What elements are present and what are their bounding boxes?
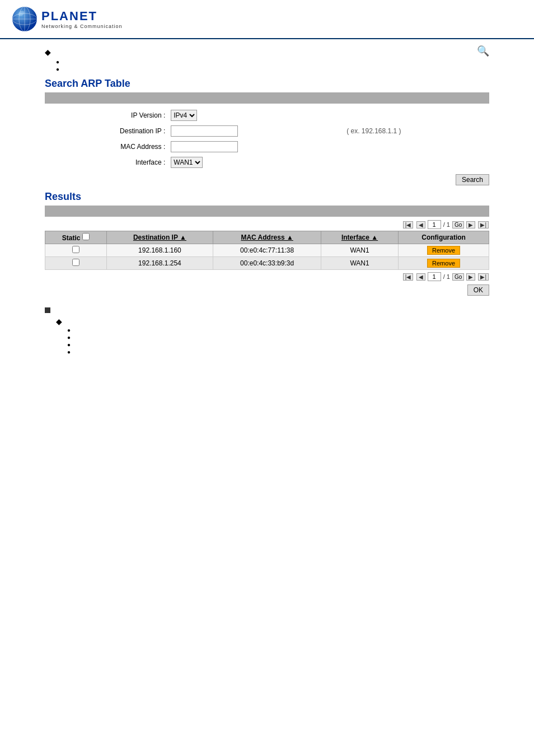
row1-static-cell	[45, 244, 107, 257]
results-header-bar	[45, 206, 489, 217]
results-header-row: Static Destination IP ▲ MAC Address ▲ In…	[45, 231, 489, 244]
pag-separator-bottom: / 1	[443, 273, 450, 280]
pag-go-top[interactable]: Go	[452, 221, 464, 228]
logo-globe-icon	[11, 6, 38, 32]
row2-config-cell: Remove	[399, 257, 489, 270]
nav-items: ◆ ● ●	[45, 45, 59, 73]
pag-last-bottom[interactable]: ▶|	[478, 273, 489, 281]
logo-text: PLANET Networking & Communication	[41, 9, 123, 29]
pag-prev-bottom[interactable]: ◀	[416, 273, 425, 281]
pag-last-top[interactable]: ▶|	[478, 221, 489, 228]
notes-bullet-2: ●	[67, 334, 489, 340]
search-button-row: Search	[45, 174, 489, 185]
notes-diamond: ◆	[56, 317, 489, 326]
notes-square-row	[45, 307, 489, 315]
static-select-all-checkbox[interactable]	[82, 233, 90, 240]
pag-separator-top: / 1	[443, 221, 450, 228]
destination-ip-hint: ( ex. 192.168.1.1 )	[344, 124, 488, 138]
mac-address-input[interactable]	[171, 141, 238, 152]
row1-mac-address: 00:e0:4c:77:11:38	[213, 244, 321, 257]
col-static: Static	[45, 231, 107, 244]
pag-go-bottom[interactable]: Go	[452, 273, 464, 281]
interface-label: Interface :	[46, 155, 167, 170]
row2-destination-ip: 192.168.1.254	[106, 257, 213, 270]
pag-first-bottom[interactable]: |◀	[403, 273, 414, 281]
nav-bullet-2: ●	[56, 66, 59, 72]
col-configuration: Configuration	[399, 231, 489, 244]
row1-remove-button[interactable]: Remove	[427, 246, 460, 255]
row2-static-cell	[45, 257, 107, 270]
notes-bullet-1: ●	[67, 327, 489, 333]
top-nav: ◆ ● ● 🔍	[45, 45, 489, 73]
logo-area: PLANET Networking & Communication	[11, 6, 123, 32]
search-button[interactable]: Search	[456, 174, 489, 185]
notes-bullet-4: ●	[67, 349, 489, 355]
row1-destination-ip: 192.168.1.160	[106, 244, 213, 257]
search-icon-button[interactable]: 🔍	[477, 45, 489, 57]
bottom-pagination: |◀ ◀ / 1 Go ▶ ▶|	[45, 272, 489, 281]
mac-address-cell	[168, 139, 343, 154]
results-title: Results	[45, 191, 489, 203]
static-label: Static	[62, 234, 81, 242]
search-form: IP Version : IPv4 IPv6 Destination IP : …	[45, 107, 489, 171]
col-interface[interactable]: Interface ▲	[321, 231, 398, 244]
pag-page-input-top[interactable]	[428, 220, 441, 229]
pag-next-top[interactable]: ▶	[466, 221, 475, 228]
logo-planet-label: PLANET	[41, 9, 123, 24]
destination-ip-input[interactable]	[171, 125, 238, 137]
row2-mac-address: 00:e0:4c:33:b9:3d	[213, 257, 321, 270]
col-destination-ip[interactable]: Destination IP ▲	[106, 231, 213, 244]
notes-bullet-3: ●	[67, 342, 489, 348]
nav-diamond: ◆	[45, 48, 59, 57]
row1-interface: WAN1	[321, 244, 398, 257]
search-arp-title: Search ARP Table	[45, 78, 489, 90]
col-mac-address[interactable]: MAC Address ▲	[213, 231, 321, 244]
notes-square-icon	[45, 307, 50, 313]
pag-prev-top[interactable]: ◀	[416, 221, 425, 228]
row2-interface: WAN1	[321, 257, 398, 270]
table-row: 192.168.1.160 00:e0:4c:77:11:38 WAN1 Rem…	[45, 244, 489, 257]
row2-static-checkbox[interactable]	[72, 259, 79, 266]
destination-ip-label: Destination IP :	[46, 124, 167, 138]
nav-bullet-1: ●	[56, 59, 59, 65]
mac-address-row: MAC Address :	[46, 139, 488, 154]
interface-row: Interface : WAN1 WAN2 LAN	[46, 155, 488, 170]
top-pagination: |◀ ◀ / 1 Go ▶ ▶|	[45, 220, 489, 229]
main-content: ◆ ● ● 🔍 Search ARP Table IP Version : IP…	[0, 39, 534, 361]
ip-version-label: IP Version :	[46, 108, 167, 123]
interface-cell: WAN1 WAN2 LAN	[168, 155, 343, 170]
magnifier-icon: 🔍	[477, 45, 489, 57]
row2-remove-button[interactable]: Remove	[427, 259, 460, 268]
ip-version-cell: IPv4 IPv6	[168, 108, 343, 123]
pag-first-top[interactable]: |◀	[403, 221, 414, 228]
logo-subtitle-label: Networking & Communication	[41, 24, 123, 29]
results-table: Static Destination IP ▲ MAC Address ▲ In…	[45, 231, 489, 270]
destination-ip-cell	[168, 124, 343, 138]
destination-ip-row: Destination IP : ( ex. 192.168.1.1 )	[46, 124, 488, 138]
row1-static-checkbox[interactable]	[72, 246, 79, 253]
notes-section: ◆ ● ● ● ●	[45, 307, 489, 355]
row1-config-cell: Remove	[399, 244, 489, 257]
ok-button[interactable]: OK	[467, 284, 489, 296]
ip-version-row: IP Version : IPv4 IPv6	[46, 108, 488, 123]
mac-address-label: MAC Address :	[46, 139, 167, 154]
pag-page-input-bottom[interactable]	[428, 272, 441, 281]
ok-button-row: OK	[45, 284, 489, 296]
header: PLANET Networking & Communication	[0, 0, 534, 39]
table-row: 192.168.1.254 00:e0:4c:33:b9:3d WAN1 Rem…	[45, 257, 489, 270]
results-table-body: 192.168.1.160 00:e0:4c:77:11:38 WAN1 Rem…	[45, 244, 489, 270]
pag-next-bottom[interactable]: ▶	[466, 273, 475, 281]
interface-select[interactable]: WAN1 WAN2 LAN	[171, 157, 203, 168]
ip-version-select[interactable]: IPv4 IPv6	[171, 110, 197, 121]
results-table-head: Static Destination IP ▲ MAC Address ▲ In…	[45, 231, 489, 244]
search-arp-header-bar	[45, 92, 489, 104]
